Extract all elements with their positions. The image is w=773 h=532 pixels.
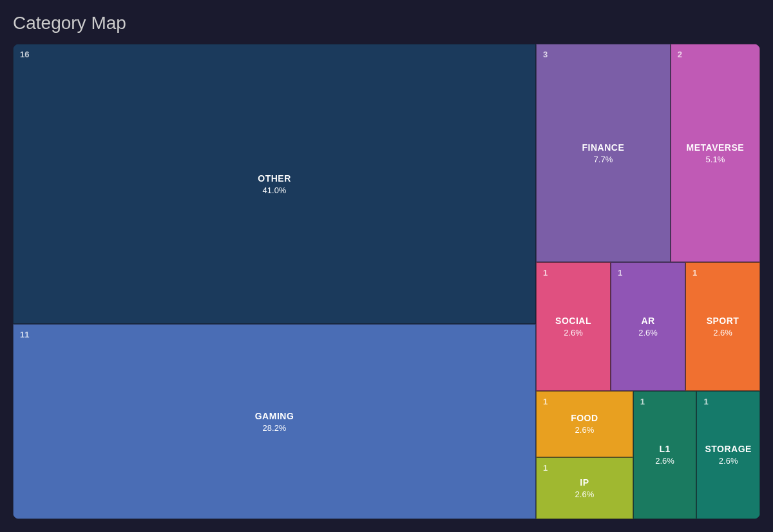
cell-gaming-label: GAMING [255,411,294,421]
cell-l1-label: L1 [659,444,670,454]
cell-ar-pct: 2.6% [638,328,658,337]
cell-ip-label: IP [580,477,589,488]
cell-sport-count: 1 [692,268,697,278]
cell-finance-count: 3 [543,50,548,59]
cell-social-count: 1 [543,268,548,278]
cell-metaverse-pct: 5.1% [706,155,725,164]
cell-other[interactable]: 16OTHER41.0% [13,44,536,324]
cell-food-pct: 2.6% [575,425,595,435]
cell-metaverse-count: 2 [678,50,682,59]
cell-storage-count: 1 [703,397,708,406]
cell-gaming-pct: 28.2% [263,423,287,433]
cell-food-label: FOOD [571,413,598,423]
cell-l1-pct: 2.6% [655,456,674,466]
cell-ip-pct: 2.6% [575,489,595,499]
cell-sport-pct: 2.6% [713,328,732,337]
cell-finance[interactable]: 3FINANCE7.7% [536,44,671,262]
cell-ar-count: 1 [618,268,622,278]
cell-storage-label: STORAGE [705,444,751,454]
cell-food-count: 1 [543,397,548,406]
cell-social-label: SOCIAL [555,316,591,326]
cell-metaverse-label: METAVERSE [687,142,745,153]
cell-gaming-count: 11 [20,330,29,339]
treemap: 16OTHER41.0%11GAMING28.2%3FINANCE7.7%2ME… [13,44,760,519]
cell-ip[interactable]: 1IP2.6% [536,457,633,519]
cell-other-pct: 41.0% [263,185,287,195]
cell-social[interactable]: 1SOCIAL2.6% [536,262,611,390]
cell-social-pct: 2.6% [564,328,583,337]
page-title: Category Map [13,13,760,33]
cell-metaverse[interactable]: 2METAVERSE5.1% [671,44,760,262]
cell-food[interactable]: 1FOOD2.6% [536,391,633,457]
cell-storage[interactable]: 1STORAGE2.6% [696,391,760,519]
cell-finance-pct: 7.7% [594,155,613,164]
cell-other-label: OTHER [258,173,291,184]
cell-other-count: 16 [20,50,29,59]
cell-l1[interactable]: 1L12.6% [633,391,697,519]
cell-sport[interactable]: 1SPORT2.6% [685,262,760,390]
cell-ar[interactable]: 1AR2.6% [611,262,685,390]
cell-l1-count: 1 [640,397,645,406]
cell-gaming[interactable]: 11GAMING28.2% [13,324,536,519]
cell-ar-label: AR [641,316,654,326]
cell-ip-count: 1 [543,463,548,473]
cell-finance-label: FINANCE [582,142,625,153]
cell-storage-pct: 2.6% [719,456,738,466]
cell-sport-label: SPORT [707,316,740,326]
